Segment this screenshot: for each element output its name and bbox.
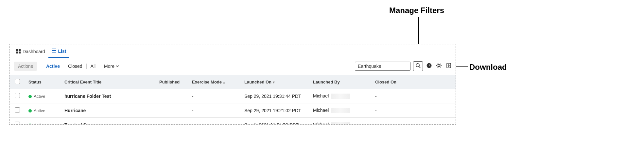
exercise-mode-cell: - (189, 89, 241, 103)
svg-rect-6 (52, 52, 56, 52)
svg-line-17 (437, 67, 438, 68)
closed-on-cell: - (372, 118, 456, 125)
col-published[interactable]: Published (156, 75, 189, 89)
filter-more-label: More (104, 64, 114, 69)
title-cell[interactable]: Tropical Storm (61, 118, 156, 125)
filter-all[interactable]: All (87, 64, 100, 69)
chevron-down-icon (116, 65, 119, 68)
checkbox-icon (15, 122, 20, 125)
events-table: Status Critical Event Title Published Ex… (9, 75, 456, 125)
table-row[interactable]: ActiveTropical Storm-Sep 1, 2021 11:54:5… (9, 118, 456, 125)
published-cell (156, 103, 189, 118)
svg-rect-5 (52, 50, 56, 51)
checkbox-icon (15, 93, 20, 98)
actions-button[interactable]: Actions (14, 62, 37, 71)
status-cell: Active (25, 89, 61, 103)
svg-line-18 (440, 64, 441, 64)
table-row[interactable]: Activehurricane Folder Test-Sep 29, 2021… (9, 89, 456, 103)
exercise-mode-cell: - (189, 103, 241, 118)
toolbar: Actions Active Closed All More (9, 58, 456, 75)
download-icon (446, 63, 452, 70)
grid-icon (16, 49, 23, 54)
gear-icon (436, 63, 442, 70)
exercise-mode-cell: - (189, 118, 241, 125)
sort-desc-icon: ▼ (272, 81, 275, 84)
redacted-text (331, 94, 350, 99)
table-row[interactable]: ActiveHurricane-Sep 29, 2021 19:21:02 PD… (9, 103, 456, 118)
view-tabs: Dashboard List (9, 44, 456, 58)
svg-rect-2 (16, 52, 18, 53)
svg-rect-3 (19, 52, 21, 53)
svg-rect-4 (52, 49, 56, 49)
status-text: Active (34, 123, 45, 125)
download-button[interactable] (445, 63, 452, 70)
clock-icon (426, 63, 432, 70)
published-cell (156, 118, 189, 125)
redacted-text (331, 108, 350, 113)
status-dot-icon (28, 109, 32, 112)
launched-on-cell: Sep 29, 2021 19:31:44 PDT (241, 89, 310, 103)
svg-line-8 (419, 67, 420, 68)
status-dot-icon (28, 95, 32, 98)
annotation-manage-filters: Manage Filters (389, 6, 444, 15)
launched-on-cell: Sep 29, 2021 19:21:02 PDT (241, 103, 310, 118)
col-exercise-mode[interactable]: Exercise Mode▲ (189, 75, 241, 89)
manage-filters-button[interactable] (435, 63, 443, 70)
svg-point-7 (416, 64, 419, 67)
svg-line-16 (440, 67, 441, 68)
row-checkbox[interactable] (9, 103, 25, 118)
row-checkbox[interactable] (9, 118, 25, 125)
title-cell[interactable]: hurricane Folder Test (61, 89, 156, 103)
search-icon (415, 63, 421, 69)
svg-rect-1 (19, 49, 21, 51)
status-text: Active (34, 108, 45, 113)
svg-point-10 (438, 65, 440, 67)
svg-rect-0 (16, 49, 18, 51)
filter-more[interactable]: More (99, 64, 124, 69)
list-icon (52, 48, 58, 54)
col-launched-by[interactable]: Launched By (310, 75, 372, 89)
published-cell (156, 89, 189, 103)
launched-by-cell: Michael (310, 118, 372, 125)
table-header-row: Status Critical Event Title Published Ex… (9, 75, 456, 89)
status-dot-icon (28, 124, 32, 125)
title-cell[interactable]: Hurricane (61, 103, 156, 118)
select-all-header[interactable] (9, 75, 25, 89)
svg-line-15 (437, 64, 438, 64)
clock-button[interactable] (426, 63, 433, 70)
checkbox-icon (15, 79, 20, 84)
right-tools (355, 61, 452, 71)
status-text: Active (34, 94, 45, 99)
search-input[interactable] (355, 62, 410, 71)
event-list-panel: Dashboard List Actions Active Closed All… (9, 44, 456, 125)
launched-by-cell: Michael (310, 103, 372, 118)
redacted-text (331, 122, 350, 125)
tab-label: Dashboard (23, 49, 45, 54)
col-label: Exercise Mode (192, 80, 222, 84)
col-launched-on[interactable]: Launched On▼ (241, 75, 310, 89)
tab-label: List (58, 49, 66, 54)
col-label: Launched On (244, 80, 271, 84)
annotation-download: Download (469, 63, 507, 72)
row-checkbox[interactable] (9, 89, 25, 103)
closed-on-cell: - (372, 103, 456, 118)
checkbox-icon (15, 107, 20, 112)
closed-on-cell: - (372, 89, 456, 103)
filter-closed[interactable]: Closed (64, 64, 86, 69)
status-cell: Active (25, 118, 61, 125)
filter-active[interactable]: Active (42, 64, 64, 69)
col-closed-on[interactable]: Closed On (372, 75, 456, 89)
tab-dashboard[interactable]: Dashboard (13, 47, 48, 58)
tab-list[interactable]: List (48, 46, 70, 58)
status-cell: Active (25, 103, 61, 118)
search-button[interactable] (413, 61, 423, 71)
col-title[interactable]: Critical Event Title (61, 75, 156, 89)
status-filter-group: Active Closed All More (42, 64, 124, 69)
launched-on-cell: Sep 1, 2021 11:54:53 PDT (241, 118, 310, 125)
launched-by-cell: Michael (310, 89, 372, 103)
sort-asc-icon: ▲ (222, 81, 226, 84)
col-status[interactable]: Status (25, 75, 61, 89)
